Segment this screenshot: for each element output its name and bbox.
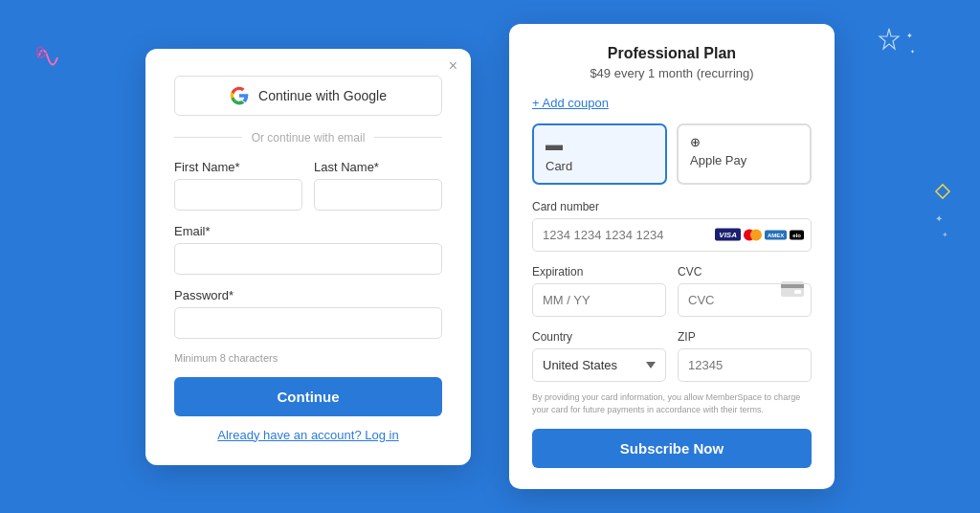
elo-icon: elo xyxy=(790,230,804,239)
password-group: Password* xyxy=(174,288,442,339)
password-input[interactable] xyxy=(174,307,442,339)
google-btn-label: Continue with Google xyxy=(258,88,387,103)
deco-diamond-right: ✦ ✦ xyxy=(930,182,959,243)
country-zip-row: Country United States Canada United King… xyxy=(532,330,812,382)
expiration-input[interactable] xyxy=(532,283,666,317)
svg-text:✦: ✦ xyxy=(935,213,943,224)
last-name-label: Last Name* xyxy=(314,160,442,174)
card-method-label: Card xyxy=(546,159,654,173)
payment-panel: Professional Plan $49 every 1 month (rec… xyxy=(509,24,835,489)
svg-rect-12 xyxy=(794,290,801,294)
expiration-label: Expiration xyxy=(532,265,666,279)
cvc-group: CVC xyxy=(678,265,812,317)
card-number-wrapper: VISA AMEX elo xyxy=(532,218,812,252)
google-icon xyxy=(230,86,249,105)
zip-group: ZIP xyxy=(678,330,812,382)
svg-rect-10 xyxy=(781,281,804,297)
svg-rect-4 xyxy=(936,185,949,198)
zip-label: ZIP xyxy=(678,330,812,344)
svg-marker-1 xyxy=(880,29,899,49)
payment-methods: ▬ Card ⊕ Apple Pay xyxy=(532,123,812,185)
country-label: Country xyxy=(532,330,666,344)
applepay-method-label: Apple Pay xyxy=(690,153,798,167)
login-link-container: Already have an account? Log in xyxy=(174,428,442,442)
cvc-label: CVC xyxy=(678,265,812,279)
cvc-card-icon xyxy=(781,281,804,301)
divider-text: Or continue with email xyxy=(252,131,366,145)
deco-top-left xyxy=(29,38,67,80)
password-label: Password* xyxy=(174,288,442,302)
email-label: Email* xyxy=(174,224,442,238)
amex-icon: AMEX xyxy=(765,230,787,239)
card-icon: ▬ xyxy=(546,135,654,155)
visa-icon: VISA xyxy=(715,229,741,241)
country-group: Country United States Canada United King… xyxy=(532,330,666,382)
google-signin-button[interactable]: Continue with Google xyxy=(174,76,442,116)
subscribe-button[interactable]: Subscribe Now xyxy=(532,429,812,468)
close-button[interactable]: × xyxy=(449,58,457,74)
password-hint: Minimum 8 characters xyxy=(174,352,442,364)
zip-input[interactable] xyxy=(678,348,812,382)
terms-text: By providing your card information, you … xyxy=(532,391,812,415)
email-group: Email* xyxy=(174,224,442,275)
add-coupon-link[interactable]: + Add coupon xyxy=(532,96,609,110)
first-name-group: First Name* xyxy=(174,160,302,211)
first-name-label: First Name* xyxy=(174,160,302,174)
svg-text:✦: ✦ xyxy=(910,49,915,55)
exp-cvc-row: Expiration CVC xyxy=(532,265,812,317)
divider: Or continue with email xyxy=(174,131,442,145)
svg-text:✦: ✦ xyxy=(906,32,913,40)
card-number-field-label: Card number xyxy=(532,200,812,213)
svg-rect-11 xyxy=(781,284,804,288)
name-row: First Name* Last Name* xyxy=(174,160,442,211)
plan-title: Professional Plan xyxy=(532,45,812,62)
plan-price: $49 every 1 month (recurring) xyxy=(532,66,812,80)
last-name-input[interactable] xyxy=(314,179,442,211)
first-name-input[interactable] xyxy=(174,179,302,211)
svg-text:✦: ✦ xyxy=(942,231,948,239)
card-brand-icons: VISA AMEX elo xyxy=(715,229,804,241)
svg-point-0 xyxy=(37,47,43,53)
applepay-payment-method[interactable]: ⊕ Apple Pay xyxy=(677,123,812,185)
applepay-icon: ⊕ xyxy=(690,135,798,149)
registration-modal: × Continue with Google Or continue with … xyxy=(145,49,471,465)
country-select[interactable]: United States Canada United Kingdom Aust… xyxy=(532,348,666,382)
mastercard-icon xyxy=(744,229,762,240)
last-name-group: Last Name* xyxy=(314,160,442,211)
expiration-group: Expiration xyxy=(532,265,666,317)
card-payment-method[interactable]: ▬ Card xyxy=(532,123,667,185)
login-link[interactable]: Already have an account? Log in xyxy=(217,428,398,442)
continue-button[interactable]: Continue xyxy=(174,377,442,416)
email-input[interactable] xyxy=(174,243,442,275)
deco-stars-top-right: ✦ ✦ xyxy=(860,27,918,78)
